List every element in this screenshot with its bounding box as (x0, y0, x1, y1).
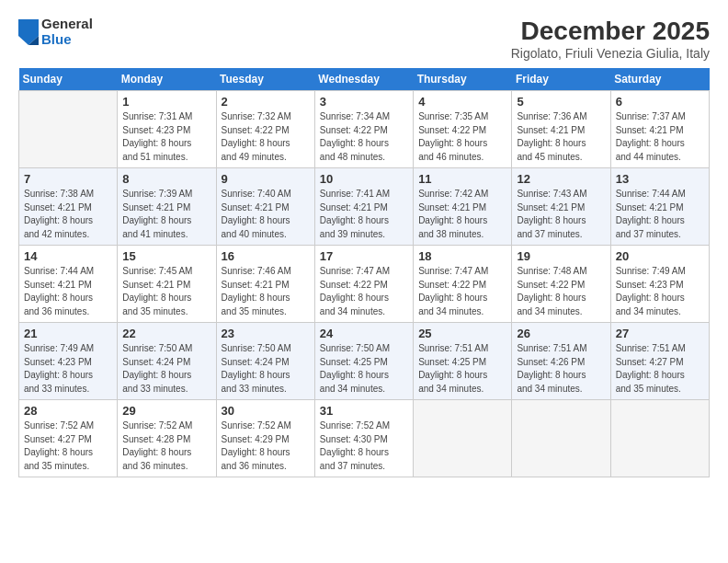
daylight-text-1: Daylight: 8 hours (517, 214, 605, 228)
day-info: Sunrise: 7:49 AMSunset: 4:23 PMDaylight:… (616, 265, 704, 318)
sunrise-text: Sunrise: 7:40 AM (222, 188, 310, 201)
daylight-text-2: and 33 minutes. (24, 383, 112, 396)
calendar-cell: 9Sunrise: 7:40 AMSunset: 4:21 PMDaylight… (216, 168, 314, 246)
sunset-text: Sunset: 4:23 PM (616, 279, 704, 293)
sunrise-text: Sunrise: 7:41 AM (320, 188, 408, 201)
daylight-text-1: Daylight: 8 hours (222, 446, 310, 460)
calendar-cell: 1Sunrise: 7:31 AMSunset: 4:23 PMDaylight… (118, 91, 216, 168)
calendar-cell: 6Sunrise: 7:37 AMSunset: 4:21 PMDaylight… (610, 91, 709, 168)
daylight-text-2: and 41 minutes. (122, 228, 210, 242)
calendar-cell: 18Sunrise: 7:47 AMSunset: 4:22 PMDayligh… (414, 246, 512, 323)
sunrise-text: Sunrise: 7:36 AM (517, 110, 605, 124)
day-info: Sunrise: 7:43 AMSunset: 4:21 PMDaylight:… (517, 188, 605, 241)
sunrise-text: Sunrise: 7:39 AM (122, 188, 210, 201)
sunrise-text: Sunrise: 7:32 AM (222, 110, 310, 124)
calendar-cell: 29Sunrise: 7:52 AMSunset: 4:28 PMDayligh… (118, 400, 216, 477)
calendar-cell: 23Sunrise: 7:50 AMSunset: 4:24 PMDayligh… (216, 323, 314, 400)
daylight-text-2: and 42 minutes. (24, 228, 112, 242)
day-number: 14 (24, 249, 112, 263)
calendar-cell: 20Sunrise: 7:49 AMSunset: 4:23 PMDayligh… (610, 246, 709, 323)
day-info: Sunrise: 7:49 AMSunset: 4:23 PMDaylight:… (24, 342, 112, 396)
sunset-text: Sunset: 4:25 PM (320, 356, 408, 370)
daylight-text-2: and 45 minutes. (517, 151, 605, 165)
calendar-cell: 12Sunrise: 7:43 AMSunset: 4:21 PMDayligh… (512, 168, 610, 246)
sunrise-text: Sunrise: 7:52 AM (122, 419, 210, 433)
daylight-text-1: Daylight: 8 hours (122, 446, 210, 460)
sunrise-text: Sunrise: 7:49 AM (24, 342, 112, 356)
day-info: Sunrise: 7:44 AMSunset: 4:21 PMDaylight:… (616, 188, 704, 241)
day-info: Sunrise: 7:50 AMSunset: 4:24 PMDaylight:… (222, 342, 310, 396)
sunrise-text: Sunrise: 7:47 AM (418, 265, 506, 279)
daylight-text-1: Daylight: 8 hours (616, 137, 704, 151)
day-info: Sunrise: 7:31 AMSunset: 4:23 PMDaylight:… (122, 110, 210, 164)
calendar-cell: 3Sunrise: 7:34 AMSunset: 4:22 PMDaylight… (314, 91, 413, 168)
calendar-week-row: 1Sunrise: 7:31 AMSunset: 4:23 PMDaylight… (19, 91, 710, 168)
sunrise-text: Sunrise: 7:51 AM (517, 342, 605, 356)
day-info: Sunrise: 7:47 AMSunset: 4:22 PMDaylight:… (418, 265, 506, 318)
day-number: 6 (616, 95, 704, 109)
day-number: 7 (24, 172, 112, 186)
day-info: Sunrise: 7:50 AMSunset: 4:24 PMDaylight:… (122, 342, 210, 396)
day-info: Sunrise: 7:51 AMSunset: 4:27 PMDaylight:… (616, 342, 704, 396)
day-info: Sunrise: 7:42 AMSunset: 4:21 PMDaylight:… (418, 188, 506, 241)
daylight-text-2: and 34 minutes. (320, 383, 408, 396)
daylight-text-2: and 37 minutes. (320, 460, 408, 474)
sunrise-text: Sunrise: 7:52 AM (222, 419, 310, 433)
day-info: Sunrise: 7:51 AMSunset: 4:25 PMDaylight:… (418, 342, 506, 396)
day-info: Sunrise: 7:45 AMSunset: 4:21 PMDaylight:… (122, 265, 210, 318)
day-info: Sunrise: 7:52 AMSunset: 4:29 PMDaylight:… (222, 419, 310, 473)
day-info: Sunrise: 7:37 AMSunset: 4:21 PMDaylight:… (616, 110, 704, 164)
daylight-text-2: and 38 minutes. (418, 228, 506, 242)
calendar-cell: 7Sunrise: 7:38 AMSunset: 4:21 PMDaylight… (19, 168, 118, 246)
logo-text: General Blue (41, 17, 93, 47)
day-number: 20 (616, 249, 704, 263)
calendar-table: SundayMondayTuesdayWednesdayThursdayFrid… (18, 68, 710, 477)
daylight-text-1: Daylight: 8 hours (320, 292, 408, 305)
sunset-text: Sunset: 4:23 PM (24, 356, 112, 370)
daylight-text-2: and 36 minutes. (24, 305, 112, 319)
sunset-text: Sunset: 4:29 PM (222, 433, 310, 447)
day-info: Sunrise: 7:39 AMSunset: 4:21 PMDaylight:… (122, 188, 210, 241)
day-number: 24 (320, 327, 408, 340)
calendar-cell: 31Sunrise: 7:52 AMSunset: 4:30 PMDayligh… (314, 400, 413, 477)
sunrise-text: Sunrise: 7:38 AM (24, 188, 112, 201)
daylight-text-2: and 39 minutes. (320, 228, 408, 242)
sunrise-text: Sunrise: 7:51 AM (616, 342, 704, 356)
calendar-cell: 27Sunrise: 7:51 AMSunset: 4:27 PMDayligh… (610, 323, 709, 400)
sunrise-text: Sunrise: 7:31 AM (122, 110, 210, 124)
daylight-text-1: Daylight: 8 hours (24, 292, 112, 305)
daylight-text-2: and 34 minutes. (418, 305, 506, 319)
sunset-text: Sunset: 4:22 PM (320, 279, 408, 293)
calendar-cell: 25Sunrise: 7:51 AMSunset: 4:25 PMDayligh… (414, 323, 512, 400)
day-number: 8 (122, 172, 210, 186)
daylight-text-2: and 33 minutes. (222, 383, 310, 396)
calendar-week-row: 28Sunrise: 7:52 AMSunset: 4:27 PMDayligh… (19, 400, 710, 477)
sunrise-text: Sunrise: 7:47 AM (320, 265, 408, 279)
day-number: 2 (222, 95, 310, 109)
day-number: 18 (418, 249, 506, 263)
day-info: Sunrise: 7:46 AMSunset: 4:21 PMDaylight:… (222, 265, 310, 318)
daylight-text-2: and 34 minutes. (517, 305, 605, 319)
sunrise-text: Sunrise: 7:52 AM (24, 419, 112, 433)
daylight-text-2: and 36 minutes. (222, 460, 310, 474)
daylight-text-1: Daylight: 8 hours (320, 446, 408, 460)
weekday-header-thursday: Thursday (414, 68, 512, 91)
sunset-text: Sunset: 4:21 PM (616, 124, 704, 138)
sunset-text: Sunset: 4:21 PM (222, 279, 310, 293)
daylight-text-1: Daylight: 8 hours (418, 214, 506, 228)
sunset-text: Sunset: 4:22 PM (418, 279, 506, 293)
day-number: 21 (24, 327, 112, 340)
weekday-header-sunday: Sunday (19, 68, 118, 91)
daylight-text-1: Daylight: 8 hours (517, 137, 605, 151)
daylight-text-2: and 34 minutes. (418, 383, 506, 396)
daylight-text-1: Daylight: 8 hours (616, 369, 704, 383)
sunset-text: Sunset: 4:30 PM (320, 433, 408, 447)
calendar-week-row: 21Sunrise: 7:49 AMSunset: 4:23 PMDayligh… (19, 323, 710, 400)
calendar-cell: 26Sunrise: 7:51 AMSunset: 4:26 PMDayligh… (512, 323, 610, 400)
subtitle: Rigolato, Friuli Venezia Giulia, Italy (511, 46, 710, 61)
day-number: 3 (320, 95, 408, 109)
calendar-cell: 15Sunrise: 7:45 AMSunset: 4:21 PMDayligh… (118, 246, 216, 323)
daylight-text-2: and 34 minutes. (517, 383, 605, 396)
sunset-text: Sunset: 4:21 PM (24, 279, 112, 293)
sunset-text: Sunset: 4:28 PM (122, 433, 210, 447)
